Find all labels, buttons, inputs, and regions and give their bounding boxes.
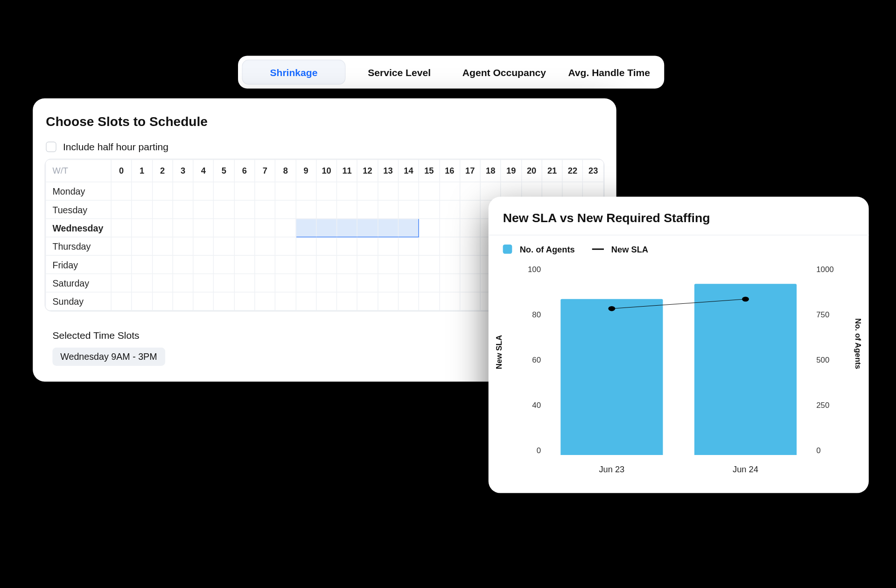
grid-slot[interactable]: [173, 292, 193, 310]
grid-slot[interactable]: [193, 237, 214, 255]
grid-slot[interactable]: [255, 255, 275, 273]
grid-slot[interactable]: [378, 274, 398, 292]
grid-slot[interactable]: [296, 274, 316, 292]
grid-slot[interactable]: [132, 237, 152, 255]
grid-slot[interactable]: [460, 274, 480, 292]
grid-slot[interactable]: [132, 219, 152, 237]
grid-slot[interactable]: [296, 200, 316, 218]
grid-slot[interactable]: [357, 255, 378, 273]
tab-shrinkage[interactable]: Shrinkage: [242, 60, 345, 84]
grid-slot[interactable]: [111, 237, 132, 255]
grid-slot[interactable]: [357, 237, 378, 255]
grid-slot[interactable]: [214, 274, 234, 292]
tab-avg-handle-time[interactable]: Avg. Handle Time: [558, 60, 660, 84]
grid-slot[interactable]: [419, 292, 439, 310]
grid-slot[interactable]: [214, 255, 234, 273]
grid-slot[interactable]: [337, 237, 357, 255]
grid-slot[interactable]: [460, 200, 480, 218]
grid-slot[interactable]: [439, 200, 460, 218]
grid-slot[interactable]: [296, 219, 316, 237]
grid-slot[interactable]: [173, 182, 193, 200]
grid-slot[interactable]: [152, 200, 173, 218]
tab-service-level[interactable]: Service Level: [348, 60, 450, 84]
grid-slot[interactable]: [234, 219, 255, 237]
grid-slot[interactable]: [378, 200, 398, 218]
grid-slot[interactable]: [460, 292, 480, 310]
grid-slot[interactable]: [111, 292, 132, 310]
grid-slot[interactable]: [173, 237, 193, 255]
grid-slot[interactable]: [255, 200, 275, 218]
grid-slot[interactable]: [193, 200, 214, 218]
grid-slot[interactable]: [316, 182, 337, 200]
grid-slot[interactable]: [275, 219, 296, 237]
grid-slot[interactable]: [316, 255, 337, 273]
selected-slot-chip[interactable]: Wednesday 9AM - 3PM: [52, 348, 165, 366]
grid-slot[interactable]: [439, 182, 460, 200]
grid-slot[interactable]: [398, 200, 419, 218]
grid-slot[interactable]: [275, 274, 296, 292]
grid-slot[interactable]: [419, 200, 439, 218]
grid-slot[interactable]: [275, 255, 296, 273]
grid-slot[interactable]: [296, 292, 316, 310]
grid-slot[interactable]: [234, 237, 255, 255]
grid-slot[interactable]: [193, 274, 214, 292]
grid-slot[interactable]: [296, 237, 316, 255]
grid-slot[interactable]: [255, 237, 275, 255]
grid-slot[interactable]: [214, 219, 234, 237]
grid-slot[interactable]: [398, 182, 419, 200]
grid-slot[interactable]: [111, 182, 132, 200]
grid-slot[interactable]: [337, 255, 357, 273]
grid-slot[interactable]: [111, 274, 132, 292]
grid-slot[interactable]: [275, 292, 296, 310]
grid-slot[interactable]: [357, 182, 378, 200]
grid-slot[interactable]: [460, 182, 480, 200]
grid-slot[interactable]: [439, 219, 460, 237]
grid-slot[interactable]: [419, 274, 439, 292]
grid-slot[interactable]: [255, 219, 275, 237]
grid-slot[interactable]: [460, 255, 480, 273]
grid-slot[interactable]: [316, 292, 337, 310]
grid-slot[interactable]: [419, 182, 439, 200]
grid-slot[interactable]: [111, 255, 132, 273]
grid-slot[interactable]: [378, 237, 398, 255]
grid-slot[interactable]: [378, 182, 398, 200]
grid-slot[interactable]: [214, 292, 234, 310]
grid-slot[interactable]: [132, 200, 152, 218]
grid-slot[interactable]: [152, 182, 173, 200]
grid-slot[interactable]: [132, 292, 152, 310]
grid-slot[interactable]: [255, 182, 275, 200]
grid-slot[interactable]: [337, 219, 357, 237]
grid-slot[interactable]: [275, 237, 296, 255]
grid-slot[interactable]: [439, 292, 460, 310]
grid-slot[interactable]: [193, 219, 214, 237]
grid-slot[interactable]: [152, 219, 173, 237]
grid-slot[interactable]: [439, 237, 460, 255]
grid-slot[interactable]: [398, 274, 419, 292]
grid-slot[interactable]: [337, 182, 357, 200]
grid-slot[interactable]: [214, 237, 234, 255]
grid-slot[interactable]: [316, 200, 337, 218]
grid-slot[interactable]: [234, 292, 255, 310]
grid-slot[interactable]: [152, 255, 173, 273]
grid-slot[interactable]: [152, 274, 173, 292]
grid-slot[interactable]: [234, 200, 255, 218]
grid-slot[interactable]: [357, 219, 378, 237]
grid-slot[interactable]: [378, 219, 398, 237]
grid-slot[interactable]: [378, 255, 398, 273]
grid-slot[interactable]: [337, 200, 357, 218]
grid-slot[interactable]: [173, 219, 193, 237]
grid-slot[interactable]: [193, 292, 214, 310]
grid-slot[interactable]: [275, 182, 296, 200]
grid-slot[interactable]: [419, 219, 439, 237]
grid-slot[interactable]: [337, 274, 357, 292]
grid-slot[interactable]: [357, 292, 378, 310]
grid-slot[interactable]: [460, 219, 480, 237]
grid-slot[interactable]: [255, 274, 275, 292]
grid-slot[interactable]: [132, 182, 152, 200]
grid-slot[interactable]: [214, 182, 234, 200]
grid-slot[interactable]: [234, 274, 255, 292]
grid-slot[interactable]: [132, 255, 152, 273]
grid-slot[interactable]: [337, 292, 357, 310]
grid-slot[interactable]: [152, 237, 173, 255]
grid-slot[interactable]: [398, 219, 419, 237]
